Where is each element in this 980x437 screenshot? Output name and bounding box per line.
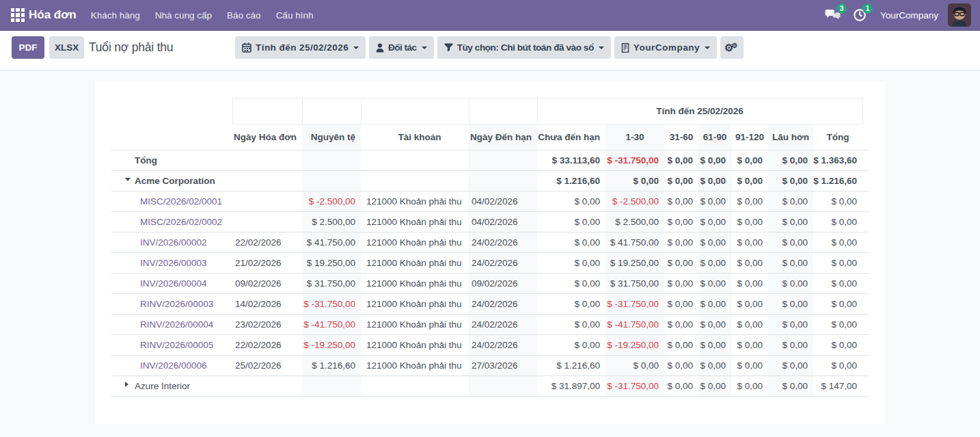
caret-down-icon [422,47,427,49]
bucket-61-90-cell: $ 0,00 [698,171,731,191]
bucket-older-cell: $ 0,00 [768,171,813,191]
due-date-cell: 24/02/2026 [469,233,537,253]
apps-menu-icon[interactable] [11,8,25,22]
nav-item-vendors[interactable]: Nhà cung cấp [148,10,219,21]
col-older: Lâu hơn [768,124,813,150]
caret-down-icon [353,47,359,49]
name-cell: RINV/2026/00005 [111,335,232,356]
partner-group-toggle[interactable]: Azure Interior [135,381,190,391]
bucket-31-60-cell: $ 0,00 [664,376,698,397]
bucket-91-120-cell: $ 0,00 [731,233,768,253]
journal-entry-link[interactable]: INV/2026/00003 [140,258,207,268]
group-row: Azure Interior$ 31.897,00$ -31.750,00$ 0… [111,376,869,397]
row-total-cell: $ 0,00 [813,356,862,376]
nav-item-config[interactable]: Cấu hình [269,10,321,21]
bucket-91-120-cell: $ 0,00 [731,212,768,233]
spacer-cell [862,191,869,212]
journal-entry-link[interactable]: RINV/2026/00003 [140,299,213,309]
due-date-cell [469,150,537,171]
col-currency: Nguyên tệ [302,124,361,150]
partner-filter-button[interactable]: Đối tác [369,36,434,59]
aged-receivable-table: Tính đến 25/02/2026 Ngày Hóa đơn Nguyên … [111,98,869,397]
app-name[interactable]: Hóa đơn [29,8,77,22]
journal-entry-link[interactable]: RINV/2026/00005 [140,340,213,350]
invoice-date-cell: 14/02/2026 [232,294,302,315]
bucket-31-60-cell: $ 0,00 [664,356,698,376]
date-filter-button[interactable]: Tính đến 25/02/2026 [235,36,366,59]
due-date-cell [469,171,537,191]
bucket-31-60-cell: $ 0,00 [664,335,698,356]
nav-item-customers[interactable]: Khách hàng [83,10,148,21]
journal-entry-link[interactable]: MISC/2026/02/0002 [140,217,222,227]
user-avatar[interactable] [948,3,971,27]
total-row: Tổng$ 33.113,60$ -31.750,00$ 0,00$ 0,00$… [111,150,869,171]
journal-entry-link[interactable]: RINV/2026/00004 [140,319,213,330]
bucket-1-30-cell: $ -31.750,00 [605,294,664,315]
company-filter-button[interactable]: YourCompany [614,36,717,59]
account-cell [361,376,469,397]
top-navbar: Hóa đơn Khách hàng Nhà cung cấp Báo cáo … [0,0,980,31]
invoice-date-cell: 21/02/2026 [232,253,302,274]
line-row: RINV/2026/0000314/02/2026$ -31.750,00121… [111,294,869,315]
spacer-cell [862,233,869,253]
journal-entry-link[interactable]: INV/2026/00002 [140,237,207,248]
caret-down-icon [125,178,131,181]
date-filter-label: Tính đến 25/02/2026 [256,42,349,53]
invoice-date-cell [232,171,302,191]
bucket-older-cell: $ 0,00 [768,274,813,294]
due-date-cell: 24/02/2026 [469,253,537,274]
line-row: MISC/2026/02/0001$ -2.500,00121000 Khoản… [111,191,869,212]
currency-cell: $ 19.250,00 [302,253,361,274]
pdf-button[interactable]: PDF [12,36,44,59]
invoice-date-cell [232,212,302,233]
invoice-date-cell [232,376,302,397]
line-row: MISC/2026/02/0002$ 2.500,00121000 Khoản … [111,212,869,233]
spacer-cell [862,212,869,233]
nav-item-reports[interactable]: Báo cáo [219,10,269,21]
journal-entry-link[interactable]: INV/2026/00006 [140,360,207,371]
partner-group-toggle[interactable]: Acme Corporation [135,176,215,186]
not-due-cell: $ 0,00 [537,212,605,233]
xlsx-button[interactable]: XLSX [49,36,84,59]
settings-gear-button[interactable]: ⚙⚙ [720,36,744,59]
journal-entry-link[interactable]: INV/2026/00004 [140,278,207,289]
options-filter-button[interactable]: Tùy chọn: Chỉ bút toán đã vào sổ [437,36,611,59]
due-date-cell [469,376,537,397]
bucket-1-30-cell: $ 0,00 [605,171,664,191]
group-row: Acme Corporation$ 1.216,60$ 0,00$ 0,00$ … [111,171,869,191]
due-date-cell: 04/02/2026 [469,191,537,212]
line-row: INV/2026/0000409/02/2026$ 31.750,0012100… [111,274,869,294]
currency-cell: $ -31.750,00 [302,294,361,315]
bucket-91-120-cell: $ 0,00 [731,191,768,212]
col-total: Tổng [813,124,862,150]
account-cell: 121000 Khoản phải thu [361,274,469,294]
currency-cell [302,150,361,171]
not-due-cell: $ 0,00 [537,274,605,294]
name-cell: MISC/2026/02/0001 [111,191,232,212]
activities-button[interactable]: 1 [852,8,867,23]
row-total-cell: $ 147,00 [813,376,862,397]
table-header-group-row: Tính đến 25/02/2026 [111,98,869,124]
bucket-1-30-cell: $ -31.750,00 [605,376,664,397]
bucket-61-90-cell: $ 0,00 [698,335,731,356]
options-filter-label: Tùy chọn: Chỉ bút toán đã vào sổ [457,42,594,53]
bucket-1-30-cell: $ 31.750,00 [605,274,664,294]
bucket-61-90-cell: $ 0,00 [698,150,731,171]
name-cell: Azure Interior [111,376,232,397]
currency-cell: $ -2.500,00 [302,191,361,212]
caret-down-icon [599,47,604,49]
bucket-91-120-cell: $ 0,00 [731,274,768,294]
not-due-cell: $ 1.216,60 [537,356,605,376]
account-cell: 121000 Khoản phải thu [361,233,469,253]
currency-cell: $ -19.250,00 [302,335,361,356]
messages-button[interactable]: 3 [825,8,841,23]
spacer-cell [862,274,869,294]
company-menu[interactable]: YourCompany [880,10,938,21]
line-row: INV/2026/0000321/02/2026$ 19.250,0012100… [111,253,869,274]
name-cell: INV/2026/00006 [111,356,232,376]
bucket-older-cell: $ 0,00 [768,233,813,253]
currency-cell [302,171,361,191]
bucket-older-cell: $ 0,00 [768,294,813,315]
journal-entry-link[interactable]: MISC/2026/02/0001 [140,196,222,207]
row-total-cell: $ 0,00 [813,274,862,294]
